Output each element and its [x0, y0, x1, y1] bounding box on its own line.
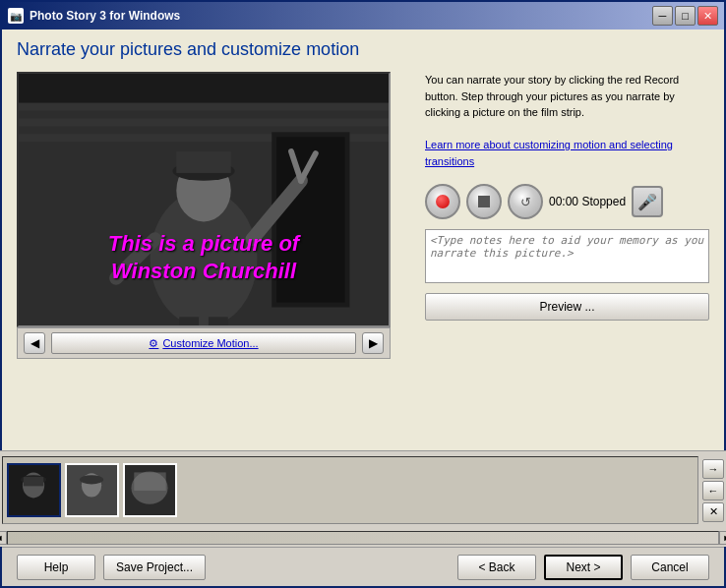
left-panel: This is a picture of Winston Churchill ◀… — [17, 72, 410, 441]
scroll-right-button[interactable]: ► — [719, 531, 726, 545]
save-project-button[interactable]: Save Project... — [103, 555, 206, 580]
bottom-bar: Help Save Project... < Back Next > Cance… — [2, 547, 724, 586]
picture-content: This is a picture of Winston Churchill — [19, 74, 389, 325]
cancel-button[interactable]: Cancel — [631, 555, 709, 580]
svg-rect-16 — [209, 317, 228, 326]
filmstrip-right-button[interactable]: → — [702, 459, 724, 479]
nav-bar: ◀ ⚙ Customize Motion... ▶ — [17, 327, 391, 359]
filmstrip-thumb-1[interactable] — [7, 463, 61, 517]
learn-more-link[interactable]: Learn more about customizing motion and … — [425, 139, 673, 167]
app-window: 📷 Photo Story 3 for Windows ─ □ ✕ Narrat… — [0, 0, 726, 588]
bottom-right-buttons: < Back Next > Cancel — [457, 555, 709, 580]
next-picture-button[interactable]: ▶ — [362, 332, 384, 354]
title-bar-buttons: ─ □ ✕ — [652, 6, 718, 26]
scroll-left-button[interactable]: ◄ — [0, 531, 7, 545]
scroll-track[interactable] — [7, 531, 719, 545]
filmstrip-close-button[interactable]: ✕ — [702, 502, 724, 522]
microphone-button[interactable]: 🎤 — [632, 186, 663, 217]
help-button[interactable]: Help — [17, 555, 95, 580]
prev-picture-button[interactable]: ◀ — [24, 332, 45, 354]
filmstrip-left-button[interactable]: ← — [702, 481, 724, 500]
horizontal-scrollbar: ◄ ► — [0, 529, 726, 547]
svg-point-23 — [80, 475, 103, 484]
filmstrip-thumb-2[interactable] — [65, 463, 119, 517]
filmstrip-controls: → ← ✕ — [702, 456, 724, 524]
microphone-icon: 🎤 — [637, 193, 657, 211]
picture-frame: This is a picture of Winston Churchill — [17, 72, 391, 327]
record-button[interactable] — [425, 184, 460, 219]
rewind-button[interactable]: ↺ — [508, 184, 543, 219]
svg-rect-10 — [176, 151, 230, 173]
minimize-button[interactable]: ─ — [652, 6, 673, 26]
bottom-left-buttons: Help Save Project... — [17, 555, 206, 580]
narration-notes-input[interactable] — [425, 229, 709, 283]
title-bar: 📷 Photo Story 3 for Windows ─ □ ✕ — [2, 2, 724, 29]
stop-icon — [478, 196, 490, 207]
filmstrip-thumb-3[interactable] — [123, 463, 177, 517]
stop-button[interactable] — [466, 184, 502, 219]
next-button[interactable]: Next > — [544, 555, 623, 580]
filmstrip-section: → ← ✕ — [0, 450, 726, 529]
svg-rect-2 — [19, 103, 389, 111]
rewind-icon: ↺ — [520, 195, 531, 209]
description-text: You can narrate your story by clicking t… — [425, 72, 709, 169]
svg-rect-26 — [134, 472, 165, 491]
customize-motion-button[interactable]: ⚙ Customize Motion... — [51, 332, 356, 354]
customize-motion-icon: ⚙ — [149, 337, 158, 350]
preview-button[interactable]: Preview ... — [425, 293, 709, 321]
maximize-button[interactable]: □ — [675, 6, 696, 26]
main-area: This is a picture of Winston Churchill ◀… — [17, 72, 709, 441]
title-bar-text: Photo Story 3 for Windows — [30, 9, 652, 23]
svg-rect-20 — [24, 477, 43, 486]
app-icon: 📷 — [8, 8, 24, 24]
filmstrip-scroll[interactable] — [2, 456, 698, 524]
svg-rect-3 — [19, 119, 389, 127]
svg-rect-15 — [179, 317, 199, 326]
picture-overlay-text: This is a picture of Winston Churchill — [19, 230, 389, 286]
close-button[interactable]: ✕ — [697, 6, 718, 26]
audio-controls: ↺ 00:00 Stopped 🎤 — [425, 184, 709, 219]
back-button[interactable]: < Back — [457, 555, 536, 580]
time-display: 00:00 Stopped — [549, 195, 626, 208]
page-title: Narrate your pictures and customize moti… — [17, 39, 709, 60]
right-panel: You can narrate your story by clicking t… — [425, 72, 709, 441]
content-area: Narrate your pictures and customize moti… — [2, 29, 724, 450]
record-icon — [436, 195, 450, 208]
